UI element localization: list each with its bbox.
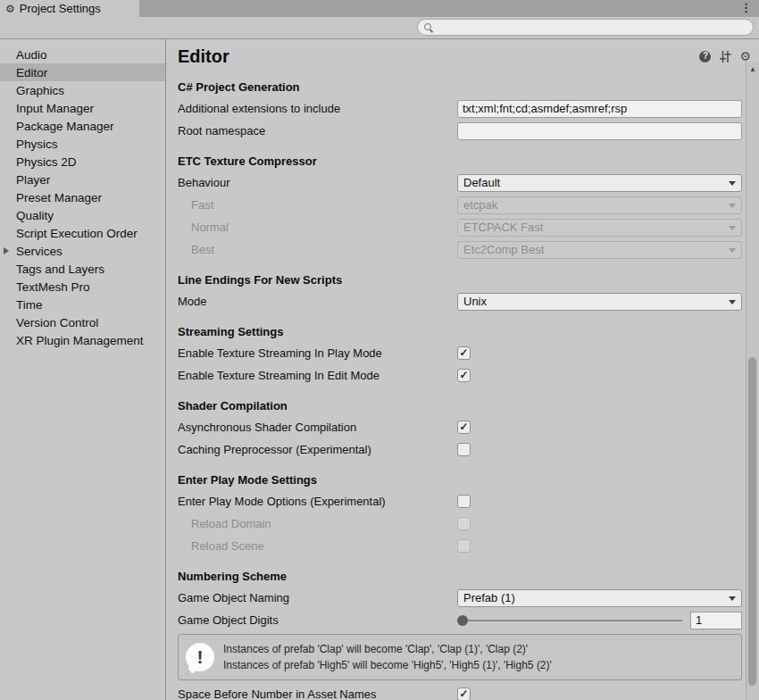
page-title: Editor (178, 46, 699, 67)
game-object-naming-dropdown[interactable]: Prefab (1) (457, 589, 742, 607)
sidebar-item-physics-2d[interactable]: Physics 2D (0, 153, 165, 171)
checkmark-icon: ✓ (459, 421, 468, 432)
row-root-namespace: Root namespace (166, 120, 746, 142)
row-asynchronous-shader-compilation: Asynchronous Shader Compilation✓ (166, 416, 746, 438)
game-object-digits-slider[interactable] (457, 614, 682, 627)
section-title-enter-play-mode-settings: Enter Play Mode Settings (166, 473, 746, 487)
best-dropdown: Etc2Comp Best (457, 241, 742, 259)
behaviour-dropdown[interactable]: Default (457, 174, 742, 192)
info-icon: ! (186, 643, 214, 671)
field-label: Enter Play Mode Options (Experimental) (178, 495, 457, 508)
field-label: Behaviour (178, 176, 457, 189)
search-input[interactable] (433, 21, 747, 34)
field-label: Root namespace (178, 124, 457, 138)
enable-texture-streaming-in-play-mode-checkbox[interactable]: ✓ (457, 346, 471, 360)
row-caching-preprocessor-experimental: Caching Preprocessor (Experimental) (166, 438, 746, 461)
sidebar-item-label: TextMesh Pro (16, 280, 90, 294)
sidebar-item-textmesh-pro[interactable]: TextMesh Pro (0, 278, 165, 296)
row-reload-domain: Reload Domain (166, 512, 746, 535)
game-object-digits-value-input[interactable] (690, 612, 742, 629)
sidebar-item-script-execution-order[interactable]: Script Execution Order (0, 224, 165, 242)
chevron-down-icon (729, 226, 736, 230)
row-game-object-digits: Game Object Digits (166, 609, 746, 631)
sidebar-item-label: Player (16, 173, 50, 187)
window-tab-project-settings[interactable]: ⚙ Project Settings (0, 0, 139, 17)
preset-icon[interactable] (719, 51, 731, 62)
section-line-endings-for-new-scripts: Line Endings For New ScriptsModeUnix (166, 273, 746, 312)
info-glyph: ! (186, 643, 214, 671)
sidebar-item-player[interactable]: Player (0, 171, 165, 188)
sidebar-item-label: Audio (16, 48, 47, 62)
search-icon (423, 22, 433, 32)
sidebar-item-package-manager[interactable]: Package Manager (0, 117, 165, 135)
scroll-up-arrow-icon[interactable]: ▲ (746, 62, 759, 75)
asynchronous-shader-compilation-checkbox[interactable]: ✓ (457, 421, 471, 434)
row-best: BestEtc2Comp Best (166, 238, 746, 261)
section-c-project-generation: C# Project GenerationAdditional extensio… (166, 80, 746, 142)
row-normal: NormalETCPACK Fast (166, 216, 746, 238)
section-title-streaming-settings: Streaming Settings (166, 325, 746, 338)
tab-bar: ⚙ Project Settings ⋮ (0, 0, 759, 17)
help-icon[interactable]: ? (699, 51, 711, 62)
section-streaming-settings: Streaming SettingsEnable Texture Streami… (166, 325, 746, 387)
chevron-down-icon (729, 596, 736, 601)
section-enter-play-mode-settings: Enter Play Mode SettingsEnter Play Mode … (166, 473, 746, 557)
chevron-down-icon (729, 204, 736, 208)
window-title: Project Settings (20, 2, 101, 15)
dropdown-value: Default (463, 176, 500, 189)
field-label: Mode (178, 295, 457, 308)
row-reload-scene: Reload Scene (166, 535, 746, 557)
slider-knob[interactable] (457, 615, 468, 626)
space-before-number-in-asset-names-checkbox[interactable]: ✓ (457, 688, 471, 700)
help-box-line: Instances of prefab 'Clap' will become '… (223, 641, 552, 657)
sidebar-item-time[interactable]: Time (0, 296, 165, 313)
reload-domain-checkbox (457, 517, 471, 530)
mode-dropdown[interactable]: Unix (457, 293, 742, 311)
row-enter-play-mode-options-experimental: Enter Play Mode Options (Experimental) (166, 490, 746, 512)
sidebar-item-audio[interactable]: Audio (0, 46, 165, 63)
enter-play-mode-options-experimental-checkbox[interactable] (457, 495, 471, 508)
sidebar-item-graphics[interactable]: Graphics (0, 81, 165, 99)
sidebar-item-preset-manager[interactable]: Preset Manager (0, 188, 165, 206)
checkmark-icon: ✓ (459, 688, 468, 699)
row-additional-extensions-to-include: Additional extensions to include (166, 97, 746, 120)
sidebar-item-physics[interactable]: Physics (0, 135, 165, 153)
field-label: Reload Domain (178, 517, 457, 530)
field-label: Asynchronous Shader Compilation (178, 421, 457, 434)
section-title-shader-compilation: Shader Compilation (166, 399, 746, 412)
sidebar-item-label: Script Execution Order (16, 227, 138, 240)
scrollbar-thumb[interactable] (748, 357, 756, 686)
sidebar-item-tags-and-layers[interactable]: Tags and Layers (0, 260, 165, 278)
field-label: Game Object Digits (178, 613, 457, 627)
caching-preprocessor-experimental-checkbox[interactable] (457, 443, 471, 456)
sidebar-item-services[interactable]: Services (0, 242, 165, 260)
help-box-text: Instances of prefab 'Clap' will become '… (223, 641, 552, 673)
foldout-arrow-icon[interactable] (4, 247, 9, 254)
field-label: Best (178, 243, 457, 256)
row-mode: ModeUnix (166, 290, 746, 312)
gear-icon: ⚙ (5, 4, 15, 14)
sidebar-item-editor[interactable]: Editor (0, 63, 165, 81)
row-enable-texture-streaming-in-edit-mode: Enable Texture Streaming In Edit Mode✓ (166, 364, 746, 387)
row-space-before-number-in-asset-names: Space Before Number in Asset Names✓ (166, 683, 746, 700)
sidebar-item-version-control[interactable]: Version Control (0, 313, 165, 331)
additional-extensions-to-include-input[interactable] (457, 100, 742, 118)
gear-icon[interactable]: ⚙ (739, 50, 751, 62)
sidebar-item-quality[interactable]: Quality (0, 206, 165, 224)
slider-track[interactable] (457, 620, 682, 621)
more-menu-icon[interactable]: ⋮ (740, 0, 752, 17)
sidebar-item-label: Input Manager (16, 102, 94, 115)
field-label: Reload Scene (178, 539, 457, 553)
dropdown-value: Etc2Comp Best (463, 243, 544, 256)
section-shader-compilation: Shader CompilationAsynchronous Shader Co… (166, 399, 746, 461)
search-box[interactable] (417, 19, 754, 36)
section-etc-texture-compressor: ETC Texture CompressorBehaviourDefaultFa… (166, 154, 746, 261)
enable-texture-streaming-in-edit-mode-checkbox[interactable]: ✓ (457, 369, 471, 382)
help-box-line: Instances of prefab 'High5' will become … (223, 657, 552, 673)
field-label: Fast (178, 198, 457, 212)
root-namespace-input[interactable] (457, 122, 742, 140)
normal-dropdown: ETCPACK Fast (457, 219, 742, 237)
sidebar-item-label: Physics (16, 138, 58, 151)
sidebar-item-input-manager[interactable]: Input Manager (0, 99, 165, 117)
sidebar-item-xr-plugin-management[interactable]: XR Plugin Management (0, 331, 165, 349)
